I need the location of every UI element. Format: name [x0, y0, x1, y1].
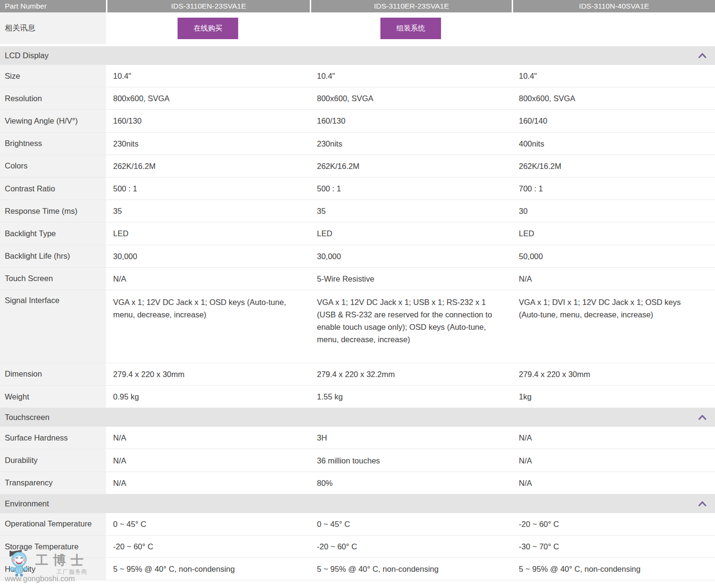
spec-value-col3: 1kg [512, 386, 715, 408]
buy-online-button[interactable]: 在线购买 [178, 18, 238, 39]
spec-row-label: Brightness [0, 133, 106, 155]
spec-row-label: Humidity [0, 558, 106, 580]
spec-value-col1: N/A [106, 268, 310, 290]
spec-value-col1: 35 [106, 200, 310, 222]
spec-row-label: Contrast Ratio [0, 178, 106, 200]
spec-row: Touch Screen N/A 5-Wire Resistive N/A [0, 268, 715, 290]
buy-online-cell: 在线购买 [106, 12, 310, 44]
spec-value-col1: VGA x 1; 12V DC Jack x 1; OSD keys (Auto… [106, 290, 310, 363]
spec-row: Size 10.4" 10.4" 10.4" [0, 65, 715, 87]
spec-row-label: Colors [0, 155, 106, 177]
part-number-header: Part Number [0, 0, 106, 12]
section-header-bar[interactable]: Touchscreen [0, 408, 715, 427]
spec-value-col1: 279.4 x 220 x 30mm [106, 363, 310, 385]
spec-row: Storage Temperature -20 ~ 60° C -20 ~ 60… [0, 536, 715, 558]
spec-value-col3: 262K/16.2M [512, 155, 715, 177]
spec-row: Response Time (ms) 35 35 30 [0, 200, 715, 222]
spec-value-col2: 0 ~ 45° C [310, 513, 512, 535]
spec-row: Transparency N/A 80% N/A [0, 472, 715, 494]
spec-value-col1: 5 ~ 95% @ 40° C, non-condensing [106, 558, 310, 580]
spec-value-col2: 262K/16.2M [310, 155, 512, 177]
model-column-header-1: IDS-3110EN-23SVA1E [106, 0, 310, 12]
model-column-header-3: IDS-3110N-40SVA1E [512, 0, 715, 12]
spec-value-col2: 30,000 [310, 245, 512, 267]
spec-value-col2: VGA x 1; 12V DC Jack x 1; USB x 1; RS-23… [310, 290, 512, 363]
spec-row: Operational Temperature 0 ~ 45° C 0 ~ 45… [0, 513, 715, 536]
spec-value-col3: VGA x 1; DVI x 1; 12V DC Jack x 1; OSD k… [512, 290, 715, 363]
spec-row: Weight 0.95 kg 1.55 kg 1kg [0, 386, 715, 408]
spec-value-col2: 35 [310, 200, 512, 222]
section-header-bar[interactable]: LCD Display [0, 46, 715, 65]
spec-value-col3: 700 : 1 [512, 178, 715, 200]
spec-row-label: Viewing Angle (H/V°) [0, 110, 106, 132]
spec-value-col3: -30 ~ 70° C [512, 536, 715, 557]
spec-row-label: Transparency [0, 472, 106, 494]
spec-row: Dimension 279.4 x 220 x 30mm 279.4 x 220… [0, 363, 715, 386]
spec-value-col1: 10.4" [106, 65, 310, 87]
spec-value-col3: 50,000 [512, 245, 715, 267]
section-rows: Surface Hardness N/A 3H N/A Durability N… [0, 427, 715, 494]
spec-row: Viewing Angle (H/V°) 160/130 160/130 160… [0, 110, 715, 132]
spec-value-col3: LED [512, 222, 715, 244]
spec-row: Humidity 5 ~ 95% @ 40° C, non-condensing… [0, 558, 715, 580]
spec-row: Contrast Ratio 500 : 1 500 : 1 700 : 1 [0, 178, 715, 200]
spec-row-label: Signal Interface [0, 290, 106, 363]
spec-value-col3: 160/140 [512, 110, 715, 132]
spec-value-col3: N/A [512, 268, 715, 290]
spec-value-col1: N/A [106, 427, 310, 449]
spec-value-col3: 400nits [512, 133, 715, 155]
spec-row: Surface Hardness N/A 3H N/A [0, 427, 715, 449]
spec-value-col1: 160/130 [106, 110, 310, 132]
spec-value-col3: 10.4" [512, 65, 715, 87]
section-header-bar[interactable]: Environment [0, 494, 715, 513]
spec-row-label: Storage Temperature [0, 536, 106, 557]
spec-row: Backlight Type LED LED LED [0, 222, 715, 245]
spec-value-col1: 30,000 [106, 245, 310, 267]
spec-row: Resolution 800x600, SVGA 800x600, SVGA 8… [0, 87, 715, 110]
spec-value-col1: -20 ~ 60° C [106, 536, 310, 557]
spec-value-col1: 262K/16.2M [106, 155, 310, 177]
spec-row-label: Weight [0, 386, 106, 408]
model-column-header-2: IDS-3110ER-23SVA1E [310, 0, 512, 12]
spec-value-col3: 279.4 x 220 x 30mm [512, 363, 715, 385]
chevron-up-icon[interactable] [698, 415, 706, 420]
spec-value-col2: 1.55 kg [310, 386, 512, 408]
spec-row-label: Durability [0, 449, 106, 471]
spec-value-col2: 80% [310, 472, 512, 494]
spec-value-col1: N/A [106, 449, 310, 471]
spec-value-col1: 500 : 1 [106, 178, 310, 200]
spec-sections: LCD Display Size 10.4" 10.4" 10.4" Resol… [0, 46, 715, 580]
spec-value-col1: 800x600, SVGA [106, 87, 310, 109]
spec-value-col2: 10.4" [310, 65, 512, 87]
assemble-system-cell: 组装系统 [310, 12, 512, 44]
chevron-up-icon[interactable] [698, 501, 706, 506]
spec-value-col2: 5 ~ 95% @ 40° C, non-condensing [310, 558, 512, 580]
spec-row-label: Operational Temperature [0, 513, 106, 535]
section-title: Touchscreen [5, 413, 698, 422]
section-rows: Operational Temperature 0 ~ 45° C 0 ~ 45… [0, 513, 715, 581]
section-title: Environment [5, 499, 698, 508]
table-header-row: Part Number IDS-3110EN-23SVA1E IDS-3110E… [0, 0, 715, 12]
spec-row-label: Response Time (ms) [0, 200, 106, 222]
spec-value-col3: -20 ~ 60° C [512, 513, 715, 535]
spec-row: Colors 262K/16.2M 262K/16.2M 262K/16.2M [0, 155, 715, 178]
spec-value-col2: 160/130 [310, 110, 512, 132]
spec-row: Signal Interface VGA x 1; 12V DC Jack x … [0, 290, 715, 363]
section-rows: Size 10.4" 10.4" 10.4" Resolution 800x60… [0, 65, 715, 408]
spec-section: LCD Display Size 10.4" 10.4" 10.4" Resol… [0, 46, 715, 408]
spec-value-col1: LED [106, 222, 310, 244]
spec-value-col2: 36 million touches [310, 449, 512, 471]
chevron-up-icon[interactable] [698, 53, 706, 58]
spec-value-col3: 30 [512, 200, 715, 222]
assemble-system-button[interactable]: 组装系统 [380, 18, 441, 39]
spec-row-label: Size [0, 65, 106, 87]
spec-value-col2: 3H [310, 427, 512, 449]
spec-row-label: Dimension [0, 363, 106, 385]
spec-row: Brightness 230nits 230nits 400nits [0, 133, 715, 155]
product-spec-page: Part Number IDS-3110EN-23SVA1E IDS-3110E… [0, 0, 715, 588]
spec-value-col3: 800x600, SVGA [512, 87, 715, 109]
spec-row: Backlight Life (hrs) 30,000 30,000 50,00… [0, 245, 715, 268]
spec-row-label: Touch Screen [0, 268, 106, 290]
spec-value-col2: 279.4 x 220 x 32.2mm [310, 363, 512, 385]
spec-row-label: Backlight Life (hrs) [0, 245, 106, 267]
